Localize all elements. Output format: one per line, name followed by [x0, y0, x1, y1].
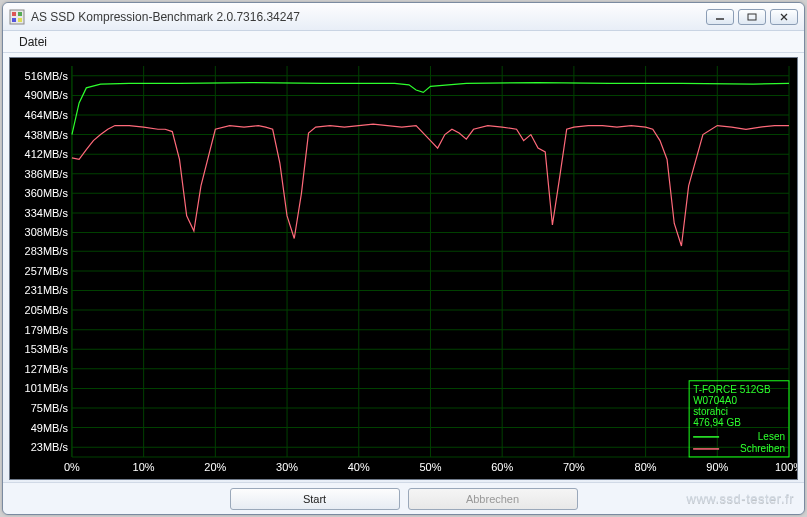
- legend-info: 476,94 GB: [693, 417, 741, 428]
- svg-rect-4: [18, 18, 22, 22]
- y-tick-label: 127MB/s: [25, 363, 69, 375]
- y-tick-label: 490MB/s: [25, 89, 69, 101]
- y-tick-label: 205MB/s: [25, 304, 69, 316]
- y-tick-label: 334MB/s: [25, 207, 69, 219]
- y-tick-label: 412MB/s: [25, 148, 69, 160]
- y-tick-label: 153MB/s: [25, 343, 69, 355]
- x-tick-label: 90%: [706, 461, 728, 473]
- cancel-button: Abbrechen: [408, 488, 578, 510]
- close-icon: [779, 13, 789, 21]
- y-tick-label: 464MB/s: [25, 109, 69, 121]
- x-tick-label: 60%: [491, 461, 513, 473]
- watermark-text: www.ssd-tester.fr: [687, 491, 794, 506]
- svg-rect-3: [12, 18, 16, 22]
- y-tick-label: 23MB/s: [31, 441, 69, 453]
- legend-info: storahci: [693, 406, 728, 417]
- x-tick-label: 0%: [64, 461, 80, 473]
- legend-read-label: Lesen: [758, 431, 785, 442]
- y-tick-label: 75MB/s: [31, 402, 69, 414]
- minimize-button[interactable]: [706, 9, 734, 25]
- legend-info: T-FORCE 512GB: [693, 384, 771, 395]
- y-tick-label: 386MB/s: [25, 168, 69, 180]
- y-tick-label: 49MB/s: [31, 422, 69, 434]
- maximize-button[interactable]: [738, 9, 766, 25]
- y-tick-label: 179MB/s: [25, 324, 69, 336]
- x-tick-label: 50%: [419, 461, 441, 473]
- legend-info: W0704A0: [693, 395, 737, 406]
- x-tick-label: 100%: [775, 461, 797, 473]
- y-tick-label: 438MB/s: [25, 129, 69, 141]
- x-tick-label: 70%: [563, 461, 585, 473]
- x-tick-label: 30%: [276, 461, 298, 473]
- bottom-bar: Start Abbrechen www.ssd-tester.fr: [3, 482, 804, 514]
- y-tick-label: 360MB/s: [25, 187, 69, 199]
- y-tick-label: 257MB/s: [25, 265, 69, 277]
- y-tick-label: 516MB/s: [25, 70, 69, 82]
- x-tick-label: 20%: [204, 461, 226, 473]
- y-tick-label: 283MB/s: [25, 245, 69, 257]
- menubar: Datei: [3, 31, 804, 53]
- x-tick-label: 40%: [348, 461, 370, 473]
- svg-rect-1: [12, 12, 16, 16]
- app-icon: [9, 9, 25, 25]
- maximize-icon: [747, 13, 757, 21]
- menu-file[interactable]: Datei: [11, 33, 55, 51]
- y-tick-label: 101MB/s: [25, 382, 69, 394]
- y-tick-label: 308MB/s: [25, 226, 69, 238]
- minimize-icon: [715, 13, 725, 21]
- svg-rect-6: [748, 14, 756, 20]
- window-controls: [706, 9, 798, 25]
- x-tick-label: 10%: [133, 461, 155, 473]
- app-window: AS SSD Kompression-Benchmark 2.0.7316.34…: [2, 2, 805, 515]
- watermark-container: www.ssd-tester.fr: [687, 489, 794, 507]
- chart-svg: 23MB/s49MB/s75MB/s101MB/s127MB/s153MB/s1…: [10, 58, 797, 479]
- svg-rect-2: [18, 12, 22, 16]
- close-button[interactable]: [770, 9, 798, 25]
- legend-write-label: Schreiben: [740, 443, 785, 454]
- window-title: AS SSD Kompression-Benchmark 2.0.7316.34…: [31, 10, 706, 24]
- y-tick-label: 231MB/s: [25, 284, 69, 296]
- x-tick-label: 80%: [635, 461, 657, 473]
- chart-panel: 23MB/s49MB/s75MB/s101MB/s127MB/s153MB/s1…: [9, 57, 798, 480]
- start-button[interactable]: Start: [230, 488, 400, 510]
- titlebar: AS SSD Kompression-Benchmark 2.0.7316.34…: [3, 3, 804, 31]
